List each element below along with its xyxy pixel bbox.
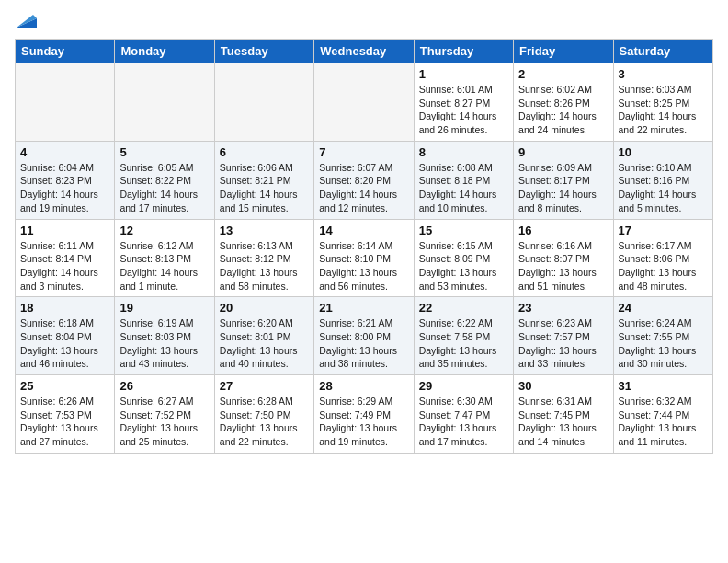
table-row: 18Sunrise: 6:18 AM Sunset: 8:04 PM Dayli… [16,297,115,375]
table-row: 21Sunrise: 6:21 AM Sunset: 8:00 PM Dayli… [314,297,414,375]
day-number: 14 [319,224,408,237]
table-row [16,63,115,142]
day-info: Sunrise: 6:10 AM Sunset: 8:16 PM Dayligh… [619,161,708,215]
day-number: 28 [319,379,408,393]
day-info: Sunrise: 6:19 AM Sunset: 8:03 PM Dayligh… [119,316,209,371]
table-row: 14Sunrise: 6:14 AM Sunset: 8:10 PM Dayli… [314,219,414,297]
day-number: 24 [619,301,708,315]
day-number: 7 [319,145,408,159]
day-number: 19 [119,301,209,315]
table-row: 11Sunrise: 6:11 AM Sunset: 8:14 PM Dayli… [16,219,115,297]
table-row: 2Sunrise: 6:02 AM Sunset: 8:26 PM Daylig… [514,63,613,142]
day-info: Sunrise: 6:07 AM Sunset: 8:20 PM Dayligh… [319,161,408,215]
day-info: Sunrise: 6:09 AM Sunset: 8:17 PM Dayligh… [518,161,608,215]
col-thursday: Thursday [414,40,513,63]
day-number: 12 [119,224,209,237]
day-number: 27 [220,379,309,393]
table-row: 1Sunrise: 6:01 AM Sunset: 8:27 PM Daylig… [414,63,513,142]
day-info: Sunrise: 6:17 AM Sunset: 8:06 PM Dayligh… [619,239,708,293]
table-row: 12Sunrise: 6:12 AM Sunset: 8:13 PM Dayli… [115,219,214,297]
col-tuesday: Tuesday [214,40,313,63]
calendar-week-row: 25Sunrise: 6:26 AM Sunset: 7:53 PM Dayli… [16,375,713,454]
day-number: 3 [619,67,708,81]
day-number: 13 [220,224,309,237]
calendar-week-row: 4Sunrise: 6:04 AM Sunset: 8:23 PM Daylig… [16,141,713,219]
table-row: 9Sunrise: 6:09 AM Sunset: 8:17 PM Daylig… [514,141,613,219]
day-info: Sunrise: 6:14 AM Sunset: 8:10 PM Dayligh… [319,239,408,293]
day-info: Sunrise: 6:28 AM Sunset: 7:50 PM Dayligh… [220,395,309,449]
day-info: Sunrise: 6:27 AM Sunset: 7:52 PM Dayligh… [119,395,209,449]
day-number: 8 [419,145,508,159]
calendar-header-row: Sunday Monday Tuesday Wednesday Thursday… [16,40,713,63]
day-number: 18 [20,301,109,315]
table-row: 31Sunrise: 6:32 AM Sunset: 7:44 PM Dayli… [613,375,712,454]
table-row: 16Sunrise: 6:16 AM Sunset: 8:07 PM Dayli… [514,219,613,297]
table-row: 8Sunrise: 6:08 AM Sunset: 8:18 PM Daylig… [414,141,513,219]
calendar-week-row: 11Sunrise: 6:11 AM Sunset: 8:14 PM Dayli… [16,219,713,297]
day-info: Sunrise: 6:16 AM Sunset: 8:07 PM Dayligh… [518,239,608,293]
day-info: Sunrise: 6:29 AM Sunset: 7:49 PM Dayligh… [319,395,408,449]
day-info: Sunrise: 6:11 AM Sunset: 8:14 PM Dayligh… [20,239,109,293]
table-row: 23Sunrise: 6:23 AM Sunset: 7:57 PM Dayli… [514,297,613,375]
day-info: Sunrise: 6:26 AM Sunset: 7:53 PM Dayligh… [20,395,109,449]
table-row: 28Sunrise: 6:29 AM Sunset: 7:49 PM Dayli… [314,375,414,454]
calendar-week-row: 1Sunrise: 6:01 AM Sunset: 8:27 PM Daylig… [16,63,713,142]
day-info: Sunrise: 6:01 AM Sunset: 8:27 PM Dayligh… [419,83,508,137]
day-number: 11 [20,224,109,237]
col-wednesday: Wednesday [314,40,414,63]
day-number: 1 [419,67,508,81]
day-number: 29 [419,379,508,393]
day-info: Sunrise: 6:32 AM Sunset: 7:44 PM Dayligh… [619,395,708,449]
table-row: 13Sunrise: 6:13 AM Sunset: 8:12 PM Dayli… [214,219,313,297]
col-monday: Monday [115,40,214,63]
day-info: Sunrise: 6:20 AM Sunset: 8:01 PM Dayligh… [220,316,309,371]
day-number: 4 [20,145,109,159]
logo-wing-icon [17,11,37,28]
table-row: 30Sunrise: 6:31 AM Sunset: 7:45 PM Dayli… [514,375,613,454]
table-row: 29Sunrise: 6:30 AM Sunset: 7:47 PM Dayli… [414,375,513,454]
day-number: 5 [119,145,209,159]
day-info: Sunrise: 6:04 AM Sunset: 8:23 PM Dayligh… [20,161,109,215]
logo: General Blue [15,15,107,28]
day-info: Sunrise: 6:08 AM Sunset: 8:18 PM Dayligh… [419,161,508,215]
table-row: 7Sunrise: 6:07 AM Sunset: 8:20 PM Daylig… [314,141,414,219]
table-row: 15Sunrise: 6:15 AM Sunset: 8:09 PM Dayli… [414,219,513,297]
table-row [314,63,414,142]
day-info: Sunrise: 6:18 AM Sunset: 8:04 PM Dayligh… [20,316,109,371]
day-number: 2 [518,67,608,81]
day-info: Sunrise: 6:22 AM Sunset: 7:58 PM Dayligh… [419,316,508,371]
table-row: 26Sunrise: 6:27 AM Sunset: 7:52 PM Dayli… [115,375,214,454]
day-number: 31 [619,379,708,393]
day-number: 21 [319,301,408,315]
day-info: Sunrise: 6:30 AM Sunset: 7:47 PM Dayligh… [419,395,508,449]
table-row [115,63,214,142]
col-friday: Friday [514,40,613,63]
day-info: Sunrise: 6:05 AM Sunset: 8:22 PM Dayligh… [119,161,209,215]
day-number: 25 [20,379,109,393]
table-row: 3Sunrise: 6:03 AM Sunset: 8:25 PM Daylig… [613,63,712,142]
day-info: Sunrise: 6:13 AM Sunset: 8:12 PM Dayligh… [220,239,309,293]
col-saturday: Saturday [613,40,712,63]
day-info: Sunrise: 6:23 AM Sunset: 7:57 PM Dayligh… [518,316,608,371]
day-number: 15 [419,224,508,237]
table-row: 17Sunrise: 6:17 AM Sunset: 8:06 PM Dayli… [613,219,712,297]
day-number: 30 [518,379,608,393]
day-number: 23 [518,301,608,315]
table-row: 19Sunrise: 6:19 AM Sunset: 8:03 PM Dayli… [115,297,214,375]
col-sunday: Sunday [16,40,115,63]
day-info: Sunrise: 6:24 AM Sunset: 7:55 PM Dayligh… [619,316,708,371]
page-header: General Blue [15,15,713,28]
day-number: 17 [619,224,708,237]
table-row: 27Sunrise: 6:28 AM Sunset: 7:50 PM Dayli… [214,375,313,454]
day-info: Sunrise: 6:03 AM Sunset: 8:25 PM Dayligh… [619,83,708,137]
day-number: 10 [619,145,708,159]
day-number: 20 [220,301,309,315]
day-number: 26 [119,379,209,393]
table-row: 22Sunrise: 6:22 AM Sunset: 7:58 PM Dayli… [414,297,513,375]
day-info: Sunrise: 6:21 AM Sunset: 8:00 PM Dayligh… [319,316,408,371]
table-row: 4Sunrise: 6:04 AM Sunset: 8:23 PM Daylig… [16,141,115,219]
day-info: Sunrise: 6:15 AM Sunset: 8:09 PM Dayligh… [419,239,508,293]
day-info: Sunrise: 6:02 AM Sunset: 8:26 PM Dayligh… [518,83,608,137]
day-number: 16 [518,224,608,237]
day-number: 9 [518,145,608,159]
